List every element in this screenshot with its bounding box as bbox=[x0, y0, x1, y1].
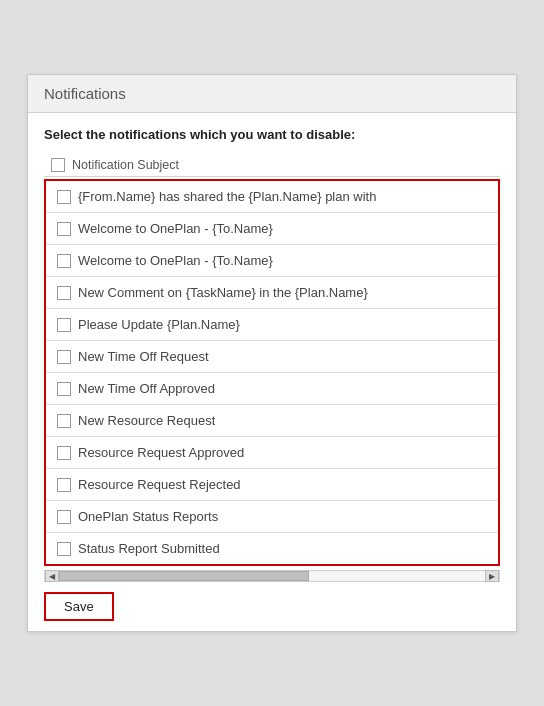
notification-checkbox-6[interactable] bbox=[57, 350, 71, 364]
notification-subject: New Time Off Approved bbox=[78, 381, 215, 396]
checkbox-col bbox=[50, 254, 78, 268]
checkbox-col bbox=[50, 350, 78, 364]
notification-subject: New Time Off Request bbox=[78, 349, 209, 364]
notification-checkbox-11[interactable] bbox=[57, 510, 71, 524]
scroll-thumb[interactable] bbox=[59, 571, 309, 581]
notification-subject: New Comment on {TaskName} in the {Plan.N… bbox=[78, 285, 368, 300]
notification-subject: Welcome to OnePlan - {To.Name} bbox=[78, 253, 273, 268]
scroll-right-arrow[interactable]: ▶ bbox=[485, 570, 499, 582]
select-all-checkbox[interactable] bbox=[51, 158, 65, 172]
horizontal-scrollbar[interactable]: ◀ ▶ bbox=[44, 570, 500, 582]
notification-subject: Resource Request Approved bbox=[78, 445, 244, 460]
header-subject-label: Notification Subject bbox=[72, 158, 179, 172]
panel-title: Notifications bbox=[28, 75, 516, 113]
notification-subject: OnePlan Status Reports bbox=[78, 509, 218, 524]
notification-subject: Welcome to OnePlan - {To.Name} bbox=[78, 221, 273, 236]
notification-row: OnePlan Status Reports bbox=[46, 501, 498, 533]
checkbox-col bbox=[50, 510, 78, 524]
notification-row: Welcome to OnePlan - {To.Name} bbox=[46, 213, 498, 245]
notification-checkbox-12[interactable] bbox=[57, 542, 71, 556]
notification-row: Please Update {Plan.Name} bbox=[46, 309, 498, 341]
checkbox-col bbox=[50, 414, 78, 428]
instructions-text: Select the notifications which you want … bbox=[44, 127, 500, 142]
notification-subject: Resource Request Rejected bbox=[78, 477, 241, 492]
checkbox-col bbox=[50, 318, 78, 332]
notification-row: New Time Off Request bbox=[46, 341, 498, 373]
scroll-left-arrow[interactable]: ◀ bbox=[45, 570, 59, 582]
notification-checkbox-7[interactable] bbox=[57, 382, 71, 396]
notification-checkbox-9[interactable] bbox=[57, 446, 71, 460]
notifications-panel: Notifications Select the notifications w… bbox=[27, 74, 517, 632]
notification-row: {From.Name} has shared the {Plan.Name} p… bbox=[46, 181, 498, 213]
notification-row: Status Report Submitted bbox=[46, 533, 498, 564]
panel-body: Select the notifications which you want … bbox=[28, 113, 516, 631]
checkbox-col bbox=[50, 222, 78, 236]
notification-subject: Status Report Submitted bbox=[78, 541, 220, 556]
notification-checkbox-2[interactable] bbox=[57, 222, 71, 236]
checkbox-col bbox=[50, 542, 78, 556]
checkbox-col bbox=[50, 190, 78, 204]
notification-row: Welcome to OnePlan - {To.Name} bbox=[46, 245, 498, 277]
notification-checkbox-4[interactable] bbox=[57, 286, 71, 300]
checkbox-col bbox=[50, 446, 78, 460]
notification-row: Resource Request Approved bbox=[46, 437, 498, 469]
notification-subject: Please Update {Plan.Name} bbox=[78, 317, 240, 332]
notification-checkbox-1[interactable] bbox=[57, 190, 71, 204]
checkbox-col bbox=[50, 382, 78, 396]
notification-row: New Resource Request bbox=[46, 405, 498, 437]
notification-checkbox-8[interactable] bbox=[57, 414, 71, 428]
notification-list: {From.Name} has shared the {Plan.Name} p… bbox=[44, 179, 500, 566]
notification-checkbox-10[interactable] bbox=[57, 478, 71, 492]
notification-subject: {From.Name} has shared the {Plan.Name} p… bbox=[78, 189, 376, 204]
header-row: Notification Subject bbox=[44, 154, 500, 177]
checkbox-col bbox=[50, 286, 78, 300]
save-button[interactable]: Save bbox=[44, 592, 114, 621]
header-checkbox-col bbox=[44, 158, 72, 172]
notification-row: Resource Request Rejected bbox=[46, 469, 498, 501]
notification-row: New Comment on {TaskName} in the {Plan.N… bbox=[46, 277, 498, 309]
notification-row: New Time Off Approved bbox=[46, 373, 498, 405]
notification-checkbox-5[interactable] bbox=[57, 318, 71, 332]
notification-checkbox-3[interactable] bbox=[57, 254, 71, 268]
notification-subject: New Resource Request bbox=[78, 413, 215, 428]
checkbox-col bbox=[50, 478, 78, 492]
